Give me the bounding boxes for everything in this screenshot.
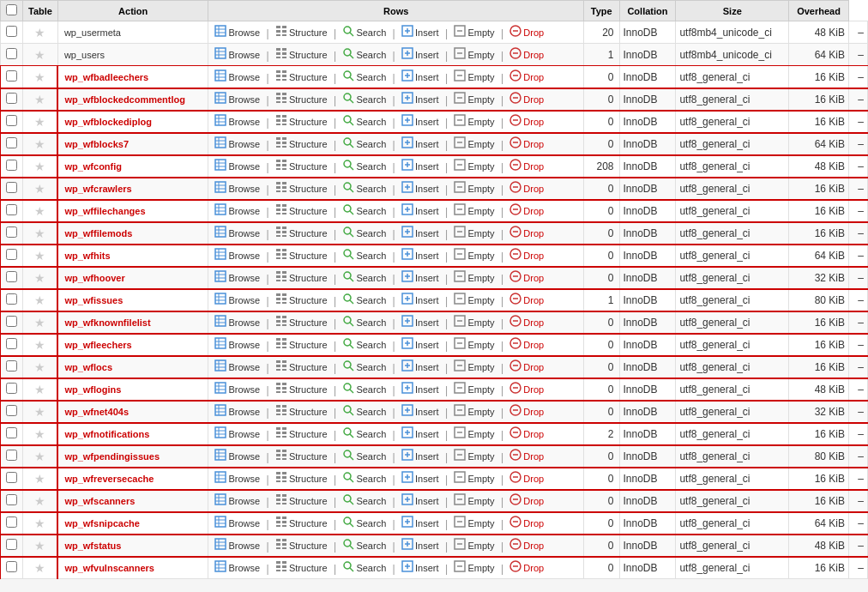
- row-checkbox[interactable]: [6, 450, 17, 461]
- insert-link[interactable]: Insert: [399, 403, 442, 420]
- insert-link[interactable]: Insert: [399, 91, 442, 107]
- row-checkbox[interactable]: [6, 48, 17, 59]
- empty-link[interactable]: Empty: [451, 515, 497, 531]
- browse-link[interactable]: Browse: [212, 336, 262, 353]
- favorite-star-icon[interactable]: ★: [34, 405, 45, 419]
- drop-link[interactable]: Drop: [507, 336, 546, 353]
- insert-link[interactable]: Insert: [399, 292, 442, 308]
- empty-link[interactable]: Empty: [451, 381, 497, 397]
- row-checkbox[interactable]: [6, 271, 17, 282]
- drop-link[interactable]: Drop: [507, 537, 546, 553]
- favorite-star-icon[interactable]: ★: [34, 271, 45, 285]
- favorite-star-icon[interactable]: ★: [34, 48, 45, 62]
- browse-link[interactable]: Browse: [212, 448, 262, 464]
- insert-link[interactable]: Insert: [399, 381, 442, 397]
- row-checkbox[interactable]: [6, 494, 17, 505]
- row-checkbox[interactable]: [6, 472, 17, 483]
- drop-link[interactable]: Drop: [507, 269, 546, 286]
- table-name-link[interactable]: wp_wfscanners: [62, 495, 137, 507]
- browse-link[interactable]: Browse: [212, 381, 262, 397]
- empty-link[interactable]: Empty: [451, 537, 497, 553]
- row-checkbox[interactable]: [6, 137, 17, 148]
- empty-link[interactable]: Empty: [451, 470, 497, 486]
- search-link[interactable]: Search: [340, 559, 389, 576]
- drop-link[interactable]: Drop: [507, 69, 546, 85]
- favorite-star-icon[interactable]: ★: [34, 227, 45, 240]
- browse-link[interactable]: Browse: [212, 180, 262, 196]
- insert-link[interactable]: Insert: [399, 537, 442, 553]
- table-name-link[interactable]: wp_wfcrawlers: [62, 183, 134, 195]
- row-checkbox[interactable]: [6, 249, 17, 260]
- table-name-link[interactable]: wp_wfblockediplog: [62, 116, 154, 128]
- empty-link[interactable]: Empty: [451, 180, 497, 196]
- select-all-checkbox[interactable]: [6, 4, 17, 15]
- browse-link[interactable]: Browse: [212, 492, 262, 509]
- drop-link[interactable]: Drop: [507, 180, 546, 196]
- structure-link[interactable]: Structure: [273, 426, 330, 442]
- browse-link[interactable]: Browse: [212, 91, 262, 107]
- table-name-link[interactable]: wp_users: [62, 49, 107, 61]
- structure-link[interactable]: Structure: [273, 448, 330, 464]
- empty-link[interactable]: Empty: [451, 314, 497, 330]
- structure-link[interactable]: Structure: [273, 559, 330, 576]
- search-link[interactable]: Search: [340, 46, 389, 63]
- favorite-star-icon[interactable]: ★: [34, 115, 45, 129]
- drop-link[interactable]: Drop: [507, 448, 546, 464]
- table-name-link[interactable]: wp_wfstatus: [62, 540, 124, 552]
- structure-link[interactable]: Structure: [273, 113, 330, 130]
- favorite-star-icon[interactable]: ★: [34, 249, 45, 263]
- structure-link[interactable]: Structure: [273, 202, 330, 219]
- row-checkbox[interactable]: [6, 427, 17, 438]
- drop-link[interactable]: Drop: [507, 492, 546, 509]
- table-name-link[interactable]: wp_wfsnipcache: [62, 517, 142, 529]
- favorite-star-icon[interactable]: ★: [34, 494, 45, 508]
- empty-link[interactable]: Empty: [451, 247, 497, 263]
- structure-link[interactable]: Structure: [273, 537, 330, 553]
- drop-link[interactable]: Drop: [507, 136, 546, 152]
- insert-link[interactable]: Insert: [399, 202, 442, 219]
- empty-link[interactable]: Empty: [451, 202, 497, 219]
- insert-link[interactable]: Insert: [399, 69, 442, 85]
- favorite-star-icon[interactable]: ★: [34, 137, 45, 151]
- structure-link[interactable]: Structure: [273, 247, 330, 263]
- insert-link[interactable]: Insert: [399, 24, 442, 40]
- browse-link[interactable]: Browse: [212, 403, 262, 420]
- favorite-star-icon[interactable]: ★: [34, 182, 45, 196]
- structure-link[interactable]: Structure: [273, 492, 330, 509]
- empty-link[interactable]: Empty: [451, 359, 497, 375]
- structure-link[interactable]: Structure: [273, 470, 330, 486]
- drop-link[interactable]: Drop: [507, 113, 546, 130]
- row-checkbox[interactable]: [6, 316, 17, 327]
- empty-link[interactable]: Empty: [451, 91, 497, 107]
- search-link[interactable]: Search: [340, 180, 389, 196]
- drop-link[interactable]: Drop: [507, 426, 546, 442]
- browse-link[interactable]: Browse: [212, 559, 262, 576]
- browse-link[interactable]: Browse: [212, 113, 262, 130]
- drop-link[interactable]: Drop: [507, 24, 546, 40]
- structure-link[interactable]: Structure: [273, 24, 330, 40]
- browse-link[interactable]: Browse: [212, 46, 262, 63]
- structure-link[interactable]: Structure: [273, 336, 330, 353]
- table-name-link[interactable]: wp_wfblocks7: [62, 138, 131, 150]
- favorite-star-icon[interactable]: ★: [34, 472, 45, 486]
- row-checkbox[interactable]: [6, 26, 17, 37]
- structure-link[interactable]: Structure: [273, 269, 330, 286]
- browse-link[interactable]: Browse: [212, 515, 262, 531]
- table-name-link[interactable]: wp_wfhoover: [62, 272, 127, 284]
- favorite-star-icon[interactable]: ★: [34, 160, 45, 173]
- table-name-link[interactable]: wp_wfknownfilelist: [62, 317, 153, 329]
- drop-link[interactable]: Drop: [507, 559, 546, 576]
- insert-link[interactable]: Insert: [399, 492, 442, 509]
- search-link[interactable]: Search: [340, 158, 389, 174]
- row-checkbox[interactable]: [6, 516, 17, 528]
- browse-link[interactable]: Browse: [212, 470, 262, 486]
- table-name-link[interactable]: wp_wfreversecache: [62, 473, 156, 485]
- favorite-star-icon[interactable]: ★: [34, 338, 45, 352]
- drop-link[interactable]: Drop: [507, 91, 546, 107]
- search-link[interactable]: Search: [340, 381, 389, 397]
- search-link[interactable]: Search: [340, 492, 389, 509]
- empty-link[interactable]: Empty: [451, 46, 497, 63]
- table-name-link[interactable]: wp_wfhits: [62, 250, 112, 262]
- empty-link[interactable]: Empty: [451, 269, 497, 286]
- insert-link[interactable]: Insert: [399, 448, 442, 464]
